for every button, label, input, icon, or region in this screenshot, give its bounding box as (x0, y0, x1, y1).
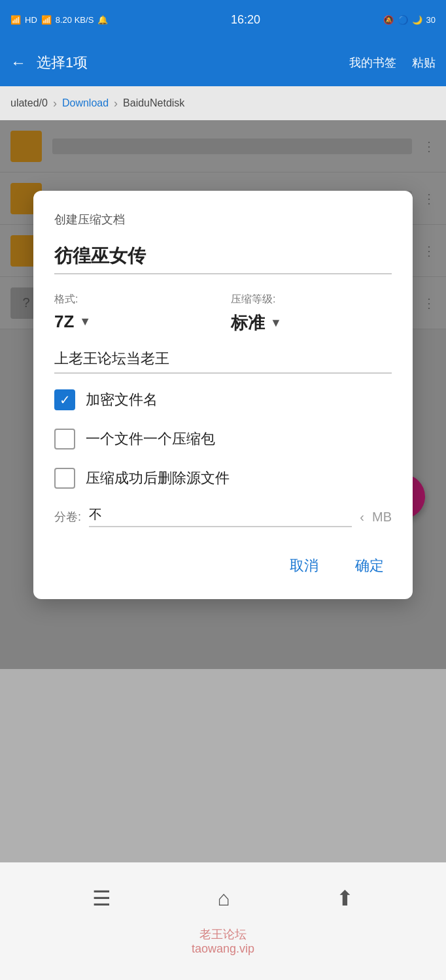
breadcrumb-sep2: › (114, 97, 118, 110)
bell-mute-icon: 🔕 (383, 15, 394, 25)
status-bar: 📶 HD 📶 8.20 KB/S 🔔 16:20 🔕 🔵 🌙 30 (0, 0, 446, 39)
delete-source-label: 压缩成功后删除源文件 (86, 468, 230, 488)
data-speed: 8.20 KB/S (56, 15, 94, 25)
clock: 16:20 (231, 13, 260, 27)
level-value: 标准 (231, 312, 265, 335)
breadcrumb-part3[interactable]: BaiduNetdisk (123, 97, 184, 109)
create-archive-dialog: 创建压缩文档 格式: 7Z ▼ 压缩等级: 标准 ▼ (33, 191, 413, 599)
level-field: 压缩等级: 标准 ▼ (231, 293, 392, 335)
top-nav: ← 选择1项 我的书签 粘贴 (0, 39, 446, 86)
wifi-icon: 📶 (41, 15, 52, 25)
paste-button[interactable]: 粘贴 (412, 55, 436, 71)
bottom-nav: ☰ ⌂ ⬆ 老王论坛taowang.vip (0, 862, 446, 980)
menu-icon[interactable]: ☰ (92, 886, 111, 911)
dialog-overlay: 创建压缩文档 格式: 7Z ▼ 压缩等级: 标准 ▼ (0, 120, 446, 669)
watermark: 老王论坛taowang.vip (192, 926, 254, 956)
level-dropdown-arrow: ▼ (270, 316, 282, 330)
encrypt-filename-label: 加密文件名 (86, 390, 158, 410)
password-input[interactable] (54, 350, 392, 374)
dialog-buttons: 取消 确定 (54, 551, 392, 581)
cancel-button[interactable]: 取消 (282, 551, 326, 581)
one-file-label: 一个文件一个压缩包 (86, 429, 215, 449)
dialog-title: 创建压缩文档 (54, 212, 392, 227)
level-select[interactable]: 标准 ▼ (231, 312, 392, 335)
split-volume-row: 分卷: ‹ MB (54, 507, 392, 527)
nav-title: 选择1项 (37, 53, 339, 73)
encrypt-filename-checkbox-row[interactable]: ✓ 加密文件名 (54, 389, 392, 410)
split-arrow-icon: ‹ (360, 510, 364, 525)
notification-icon: 🔔 (97, 15, 108, 25)
status-bar-left: 📶 HD 📶 8.20 KB/S 🔔 (10, 15, 108, 25)
split-unit: MB (372, 510, 392, 525)
moon-icon: 🌙 (412, 15, 422, 25)
format-field: 格式: 7Z ▼ (54, 293, 215, 332)
bookmark-button[interactable]: 我的书签 (349, 55, 396, 71)
breadcrumb: ulated/0 › Download › BaiduNetdisk (0, 86, 446, 120)
checkmark-icon: ✓ (60, 393, 71, 406)
bluetooth-icon: 🔵 (398, 15, 408, 25)
hd-badge: HD (25, 15, 37, 25)
filename-input[interactable] (54, 246, 392, 274)
format-value: 7Z (54, 312, 74, 332)
signal-icon: 📶 (10, 15, 21, 25)
one-file-checkbox[interactable] (54, 429, 75, 449)
one-file-checkbox-row[interactable]: 一个文件一个压缩包 (54, 429, 392, 449)
split-label: 分卷: (54, 509, 81, 525)
back-button[interactable]: ← (10, 54, 26, 72)
file-list-background: ⋮ ⋮ ⋮ ? ⋮ 创建压缩文档 格式: 7Z (0, 120, 446, 669)
breadcrumb-sep1: › (53, 97, 57, 110)
nav-actions: 我的书签 粘贴 (349, 55, 436, 71)
format-select[interactable]: 7Z ▼ (54, 312, 215, 332)
split-input[interactable] (89, 507, 352, 527)
share-icon[interactable]: ⬆ (336, 886, 354, 911)
home-icon[interactable]: ⌂ (217, 887, 230, 911)
delete-source-checkbox[interactable] (54, 468, 75, 489)
format-label: 格式: (54, 293, 215, 306)
breadcrumb-part2[interactable]: Download (62, 97, 109, 109)
delete-source-checkbox-row[interactable]: 压缩成功后删除源文件 (54, 468, 392, 489)
format-level-row: 格式: 7Z ▼ 压缩等级: 标准 ▼ (54, 293, 392, 335)
level-label: 压缩等级: (231, 293, 392, 306)
encrypt-filename-checkbox[interactable]: ✓ (54, 389, 75, 410)
watermark-text: 老王论坛taowang.vip (192, 928, 254, 955)
bottom-nav-icons: ☰ ⌂ ⬆ (0, 862, 446, 911)
breadcrumb-part1[interactable]: ulated/0 (10, 97, 48, 109)
battery-level: 30 (426, 15, 436, 25)
status-bar-right: 🔕 🔵 🌙 30 (383, 15, 436, 25)
format-dropdown-arrow: ▼ (79, 315, 91, 329)
confirm-button[interactable]: 确定 (347, 551, 392, 581)
